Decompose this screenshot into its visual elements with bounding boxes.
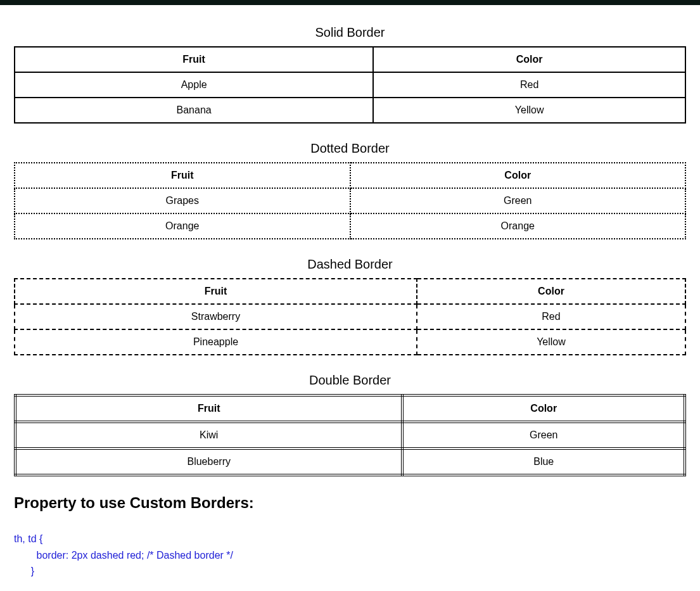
table-header-row: Fruit Color bbox=[15, 47, 685, 72]
header-fruit: Fruit bbox=[15, 47, 373, 72]
table-row: Kiwi Green bbox=[15, 422, 685, 448]
cell-fruit: Kiwi bbox=[15, 422, 402, 448]
cell-color: Red bbox=[417, 304, 685, 329]
cell-fruit: Strawberry bbox=[15, 304, 417, 329]
header-color: Color bbox=[402, 395, 685, 422]
table-dashed: Fruit Color Strawberry Red Pineapple Yel… bbox=[14, 278, 686, 355]
section-heading: Property to use Custom Borders: bbox=[14, 494, 686, 512]
table-caption-dotted: Dotted Border bbox=[14, 141, 686, 156]
cell-fruit: Orange bbox=[15, 213, 350, 239]
cell-fruit: Pineapple bbox=[15, 329, 417, 355]
cell-fruit: Blueberry bbox=[15, 448, 402, 475]
cell-color: Green bbox=[402, 422, 685, 448]
table-dotted: Fruit Color Grapes Green Orange Orange bbox=[14, 162, 686, 239]
header-color: Color bbox=[373, 47, 685, 72]
table-solid: Fruit Color Apple Red Banana Yellow bbox=[14, 46, 686, 124]
table-row: Grapes Green bbox=[15, 188, 685, 213]
header-fruit: Fruit bbox=[15, 279, 417, 304]
content-area: Solid Border Fruit Color Apple Red Banan… bbox=[0, 5, 700, 591]
cell-fruit: Banana bbox=[15, 98, 373, 123]
table-double: Fruit Color Kiwi Green Blueberry Blue bbox=[14, 394, 686, 476]
code-line: border: 2px dashed red; /* Dashed border… bbox=[14, 550, 233, 561]
table-header-row: Fruit Color bbox=[15, 395, 685, 422]
cell-fruit: Apple bbox=[15, 72, 373, 98]
cell-fruit: Grapes bbox=[15, 188, 350, 213]
cell-color: Yellow bbox=[417, 329, 685, 355]
table-row: Apple Red bbox=[15, 72, 685, 98]
code-line: } bbox=[14, 566, 34, 576]
table-row: Blueberry Blue bbox=[15, 448, 685, 475]
cell-color: Orange bbox=[350, 213, 686, 239]
code-line: th, td { bbox=[14, 533, 42, 544]
header-fruit: Fruit bbox=[15, 395, 402, 422]
table-caption-double: Double Border bbox=[14, 373, 686, 388]
cell-color: Red bbox=[373, 72, 685, 98]
cell-color: Blue bbox=[402, 448, 685, 475]
top-bar bbox=[0, 0, 700, 5]
cell-color: Yellow bbox=[373, 98, 685, 123]
cell-color: Green bbox=[350, 188, 686, 213]
header-color: Color bbox=[350, 163, 686, 188]
code-block: th, td { border: 2px dashed red; /* Dash… bbox=[14, 531, 686, 580]
table-header-row: Fruit Color bbox=[15, 163, 685, 188]
header-fruit: Fruit bbox=[15, 163, 350, 188]
table-header-row: Fruit Color bbox=[15, 279, 685, 304]
table-row: Strawberry Red bbox=[15, 304, 685, 329]
header-color: Color bbox=[417, 279, 685, 304]
table-row: Orange Orange bbox=[15, 213, 685, 239]
table-row: Banana Yellow bbox=[15, 98, 685, 123]
table-row: Pineapple Yellow bbox=[15, 329, 685, 355]
table-caption-solid: Solid Border bbox=[14, 25, 686, 40]
table-caption-dashed: Dashed Border bbox=[14, 257, 686, 272]
